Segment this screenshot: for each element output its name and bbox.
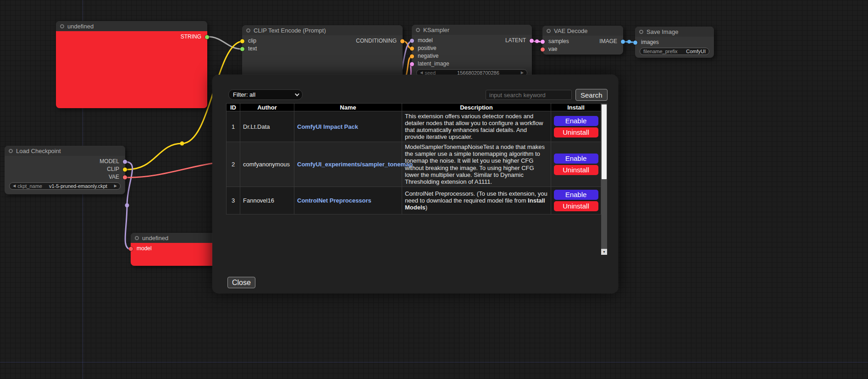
header-description: Description — [402, 104, 551, 111]
input-label-model: model — [418, 37, 433, 44]
collapse-dot-icon[interactable] — [9, 149, 13, 153]
close-button[interactable]: Close — [227, 277, 255, 288]
collapse-dot-icon[interactable] — [547, 29, 551, 33]
output-label-image: IMAGE — [599, 38, 617, 45]
widget-value: v1-5-pruned-emaonly.ckpt — [44, 183, 112, 189]
wire-midpoint-dot[interactable] — [627, 40, 631, 44]
node-vae-decode[interactable]: VAE Decode samples IMAGE vae — [542, 26, 623, 55]
cell-id: 2 — [227, 142, 240, 187]
input-label-positive: positive — [418, 44, 437, 52]
node-title: undefined — [142, 235, 168, 242]
input-port-vae[interactable] — [541, 47, 545, 51]
output-port-latent[interactable] — [530, 38, 534, 43]
widget-increment-icon[interactable]: ▶ — [114, 182, 117, 190]
enable-button[interactable]: Enable — [554, 190, 598, 200]
table-scrollbar[interactable]: ▼ — [601, 104, 607, 255]
node-titlebar[interactable]: Load Checkpoint — [5, 146, 125, 156]
scrollbar-thumb[interactable] — [602, 104, 607, 179]
node-title: VAE Decode — [554, 27, 587, 34]
input-label-clip: clip — [248, 37, 256, 45]
table-row: 2 comfyanonymous ComfyUI_experiments/sam… — [227, 142, 601, 187]
description-text: ) — [426, 204, 427, 211]
input-label-text: text — [248, 45, 257, 53]
input-label-latent-image: latent_image — [418, 60, 449, 68]
uninstall-button[interactable]: Uninstall — [554, 127, 598, 137]
output-label-latent: LATENT — [505, 37, 526, 44]
input-port-negative[interactable] — [410, 54, 414, 58]
slot-row: latent_image — [412, 60, 532, 68]
search-input[interactable] — [486, 90, 572, 100]
filename-prefix-widget[interactable]: filename_prefix ComfyUI — [640, 48, 709, 55]
filter-dropdown[interactable]: Filter: all — [228, 89, 303, 100]
slot-row: VAE — [5, 173, 125, 181]
widget-decrement-icon[interactable]: ◀ — [13, 182, 16, 190]
node-titlebar[interactable]: CLIP Text Encode (Prompt) — [242, 25, 403, 35]
header-author: Author — [240, 104, 294, 111]
table-row: 1 Dr.Lt.Data ComfyUI Impact Pack This ex… — [227, 111, 601, 142]
node-titlebar[interactable]: Save Image — [635, 27, 714, 37]
slot-row: clip CONDITIONING — [242, 37, 403, 45]
extension-link[interactable]: ComfyUI_experiments/sampler_tonemap — [297, 161, 413, 168]
slot-row: positive — [412, 44, 532, 52]
output-port-model[interactable] — [123, 159, 127, 164]
input-port-images[interactable] — [633, 40, 637, 44]
node-title: KSampler — [423, 27, 449, 33]
extension-link[interactable]: ControlNet Preprocessors — [297, 197, 371, 204]
uninstall-button[interactable]: Uninstall — [554, 165, 598, 175]
input-port-samples[interactable] — [541, 39, 545, 44]
filter-dropdown-value: Filter: all — [233, 91, 255, 98]
ckpt-name-widget[interactable]: ◀ ckpt_name v1-5-pruned-emaonly.ckpt ▶ — [9, 182, 121, 190]
slot-row: negative — [412, 52, 532, 60]
collapse-dot-icon[interactable] — [416, 28, 420, 32]
wire-midpoint-dot[interactable] — [180, 142, 184, 146]
node-titlebar[interactable]: undefined — [56, 21, 207, 31]
collapse-dot-icon[interactable] — [135, 236, 139, 240]
collapse-dot-icon[interactable] — [246, 28, 250, 33]
extensions-table: ID Author Name Description Install 1 Dr.… — [226, 103, 601, 214]
uninstall-button[interactable]: Uninstall — [554, 201, 598, 211]
input-port-text[interactable] — [240, 47, 244, 51]
output-label-string: STRING — [181, 33, 201, 41]
node-graph-canvas[interactable]: undefined STRING CLIP Text Encode (Promp… — [0, 0, 868, 379]
input-port-clip[interactable] — [240, 39, 244, 43]
node-load-checkpoint[interactable]: Load Checkpoint MODEL CLIP VAE ◀ ckpt_na… — [5, 146, 125, 194]
output-label-conditioning: CONDITIONING — [356, 37, 397, 45]
collapse-dot-icon[interactable] — [60, 24, 64, 28]
extension-link[interactable]: ComfyUI Impact Pack — [297, 123, 358, 130]
node-title: CLIP Text Encode (Prompt) — [254, 27, 326, 34]
enable-button[interactable]: Enable — [554, 116, 598, 126]
output-port-clip[interactable] — [123, 167, 127, 171]
node-undefined-top[interactable]: undefined STRING — [56, 21, 207, 108]
extensions-table-wrap: ID Author Name Description Install 1 Dr.… — [226, 103, 607, 255]
widget-name: ckpt_name — [17, 183, 42, 189]
enable-button[interactable]: Enable — [554, 154, 598, 164]
slot-row: samples IMAGE — [542, 38, 623, 45]
input-port-model[interactable] — [129, 247, 133, 251]
wire-midpoint-dot[interactable] — [125, 203, 129, 208]
cell-install: Enable Uninstall — [551, 187, 601, 214]
wire-midpoint-dot[interactable] — [535, 39, 539, 43]
header-install: Install — [551, 104, 601, 111]
collapse-dot-icon[interactable] — [639, 30, 643, 34]
output-port-vae[interactable] — [123, 175, 127, 179]
output-label-vae: VAE — [109, 173, 119, 181]
input-port-model[interactable] — [410, 38, 414, 43]
slot-row: text — [242, 45, 403, 53]
node-titlebar[interactable]: KSampler — [412, 25, 532, 35]
cell-author: comfyanonymous — [240, 142, 294, 187]
node-body: MODEL CLIP VAE ◀ ckpt_name v1-5-pruned-e… — [5, 156, 125, 194]
output-port-conditioning[interactable] — [400, 39, 404, 43]
cell-install: Enable Uninstall — [551, 111, 601, 142]
slot-row: STRING — [56, 33, 207, 41]
chevron-down-icon — [295, 92, 299, 96]
table-row: 3 Fannovel16 ControlNet Preprocessors Co… — [227, 187, 601, 214]
output-port-string[interactable] — [205, 35, 209, 39]
input-port-positive[interactable] — [410, 46, 414, 50]
input-port-latent-image[interactable] — [410, 62, 414, 66]
node-titlebar[interactable]: VAE Decode — [542, 26, 623, 36]
scrollbar-down-button[interactable]: ▼ — [601, 249, 607, 255]
output-port-image[interactable] — [621, 39, 625, 44]
node-save-image[interactable]: Save Image images filename_prefix ComfyU… — [635, 27, 714, 58]
search-button[interactable]: Search — [575, 89, 608, 101]
slot-row: images — [635, 38, 714, 46]
